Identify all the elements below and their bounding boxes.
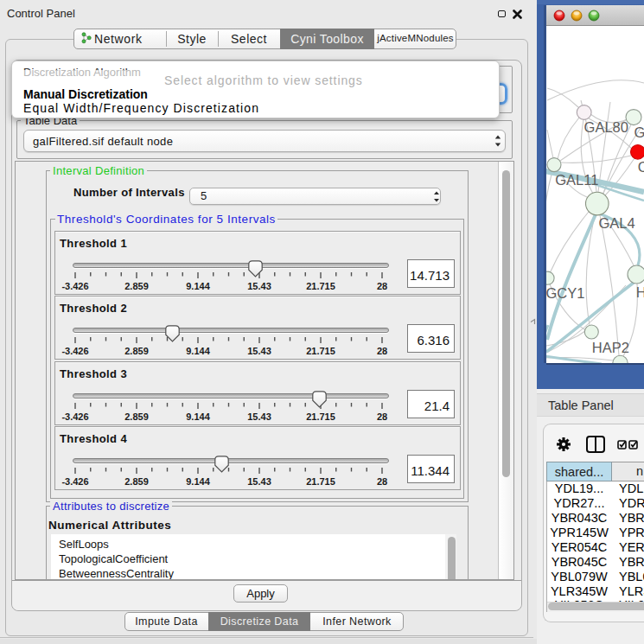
svg-text:GAL4: GAL4 — [599, 215, 635, 231]
svg-text:GAL11: GAL11 — [555, 172, 598, 188]
svg-text:C: C — [638, 159, 644, 175]
svg-text:GCY1: GCY1 — [546, 285, 584, 301]
svg-text:GA: GA — [634, 124, 644, 140]
svg-text:HAP2: HAP2 — [592, 340, 629, 355]
svg-text:H: H — [636, 284, 644, 300]
svg-text:GAL80: GAL80 — [584, 119, 628, 135]
